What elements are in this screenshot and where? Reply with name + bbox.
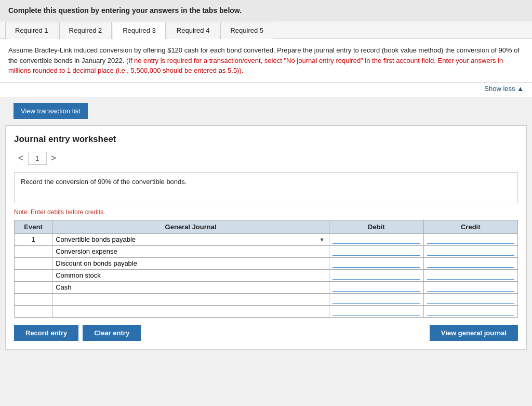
credit-cell-7: [423, 305, 517, 317]
account-cell-6: [52, 293, 329, 305]
note-text: Note: Enter debits before credits.: [14, 208, 518, 216]
debit-input-1[interactable]: [332, 235, 420, 244]
credit-cell-4: [423, 269, 517, 281]
debit-cell-6: [329, 293, 423, 305]
account-input-3[interactable]: [56, 259, 326, 267]
tab-required3[interactable]: Required 3: [113, 22, 166, 39]
tab-required1[interactable]: Required 1: [5, 22, 58, 39]
account-cell-1: ▼: [52, 233, 329, 245]
worksheet-title: Journal entry worksheet: [14, 134, 518, 145]
col-debit: Debit: [329, 220, 423, 233]
account-input-1[interactable]: [56, 235, 318, 243]
record-entry-button[interactable]: Record entry: [14, 325, 78, 341]
account-cell-4: [52, 269, 329, 281]
account-cell-5: [52, 281, 329, 293]
show-less-container: Show less ▲: [0, 83, 532, 97]
debit-input-2[interactable]: [332, 247, 420, 256]
journal-table: Event General Journal Debit Credit 1 ▼: [14, 220, 518, 318]
table-row: [15, 305, 518, 317]
account-cell-7: [52, 305, 329, 317]
credit-cell-3: [423, 257, 517, 269]
tab-required4[interactable]: Required 4: [167, 22, 220, 39]
dropdown-arrow-1[interactable]: ▼: [318, 237, 326, 243]
credit-input-5[interactable]: [427, 283, 514, 292]
debit-cell-7: [329, 305, 423, 317]
table-row: [15, 269, 518, 281]
credit-cell-2: [423, 245, 517, 257]
credit-input-3[interactable]: [427, 259, 514, 268]
tabs-row: Required 1 Required 2 Required 3 Require…: [0, 21, 532, 39]
debit-input-3[interactable]: [332, 259, 420, 268]
debit-input-5[interactable]: [332, 283, 420, 292]
credit-cell-1: [423, 233, 517, 245]
credit-cell-5: [423, 281, 517, 293]
show-less-link[interactable]: Show less ▲: [484, 85, 524, 93]
credit-input-2[interactable]: [427, 247, 514, 256]
debit-cell-2: [329, 245, 423, 257]
event-cell-2: [15, 245, 52, 257]
account-cell-2: [52, 245, 329, 257]
event-cell-1: 1: [15, 233, 52, 245]
description-box: Record the conversion of 90% of the conv…: [14, 172, 518, 203]
account-input-2[interactable]: [56, 247, 326, 255]
event-cell-4: [15, 269, 52, 281]
col-event: Event: [15, 220, 52, 233]
credit-input-1[interactable]: [427, 235, 514, 244]
account-input-6[interactable]: [56, 295, 326, 303]
banner-text: Complete this question by entering your …: [8, 6, 242, 15]
tab-required5[interactable]: Required 5: [220, 22, 273, 39]
credit-input-4[interactable]: [427, 271, 514, 280]
account-input-5[interactable]: [56, 283, 326, 291]
debit-cell-4: [329, 269, 423, 281]
col-credit: Credit: [423, 220, 517, 233]
description-text: Record the conversion of 90% of the conv…: [21, 178, 187, 186]
event-cell-5: [15, 281, 52, 293]
nav-row: < 1 >: [14, 151, 518, 166]
table-row: [15, 257, 518, 269]
account-input-7[interactable]: [56, 307, 326, 315]
debit-cell-3: [329, 257, 423, 269]
instructions-panel: Assume Bradley-Link induced conversion b…: [0, 39, 532, 83]
table-row: [15, 293, 518, 305]
col-general-journal: General Journal: [52, 220, 329, 233]
nav-page-number: 1: [28, 152, 47, 165]
nav-next-button[interactable]: >: [47, 151, 61, 166]
debit-cell-5: [329, 281, 423, 293]
clear-entry-button[interactable]: Clear entry: [83, 325, 141, 341]
event-cell-6: [15, 293, 52, 305]
tab-required2[interactable]: Required 2: [59, 22, 112, 39]
account-input-4[interactable]: [56, 271, 326, 279]
credit-input-6[interactable]: [427, 295, 514, 304]
top-banner: Complete this question by entering your …: [0, 0, 532, 21]
table-row: [15, 245, 518, 257]
credit-input-7[interactable]: [427, 307, 514, 316]
credit-cell-6: [423, 293, 517, 305]
view-general-journal-button[interactable]: View general journal: [430, 325, 518, 341]
action-buttons: Record entry Clear entry View general jo…: [14, 325, 518, 341]
event-cell-3: [15, 257, 52, 269]
table-row: 1 ▼: [15, 233, 518, 245]
debit-input-7[interactable]: [332, 307, 420, 316]
debit-cell-1: [329, 233, 423, 245]
debit-input-6[interactable]: [332, 295, 420, 304]
debit-input-4[interactable]: [332, 271, 420, 280]
nav-prev-button[interactable]: <: [14, 151, 28, 166]
worksheet-container: Journal entry worksheet < 1 > Record the…: [5, 125, 527, 350]
table-row: [15, 281, 518, 293]
event-cell-7: [15, 305, 52, 317]
account-cell-3: [52, 257, 329, 269]
view-transaction-button[interactable]: View transaction list: [14, 103, 88, 119]
